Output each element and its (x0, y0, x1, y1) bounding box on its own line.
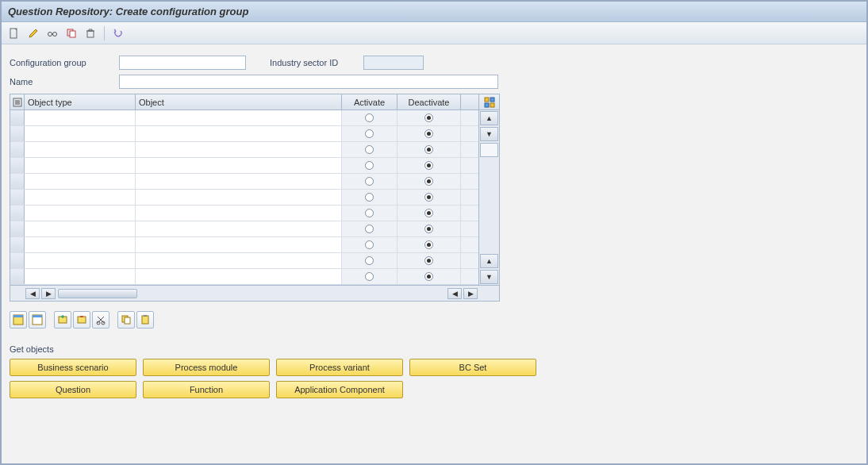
object-type-cell[interactable] (25, 190, 136, 205)
row-select-handle[interactable] (10, 190, 25, 205)
scroll-down-step-icon[interactable]: ▼ (480, 127, 498, 141)
deactivate-cell[interactable] (398, 174, 461, 189)
scroll-left-step-icon[interactable]: ◀ (447, 288, 462, 299)
process-variant-button[interactable]: Process variant (276, 359, 403, 376)
scroll-right-step-icon[interactable]: ▶ (41, 288, 56, 299)
deactivate-cell[interactable] (398, 126, 461, 141)
deactivate-cell[interactable] (398, 206, 461, 221)
deactivate-radio[interactable] (424, 113, 433, 122)
deactivate-radio[interactable] (424, 209, 433, 217)
cut-icon[interactable] (92, 311, 109, 329)
row-select-handle[interactable] (10, 174, 25, 189)
vertical-scrollbar[interactable]: ▲ ▼ ▲ ▼ (478, 110, 499, 285)
row-select-handle[interactable] (10, 126, 25, 141)
process-module-button[interactable]: Process module (143, 359, 270, 376)
deactivate-radio[interactable] (424, 129, 433, 138)
activate-cell[interactable] (342, 190, 398, 205)
object-cell[interactable] (136, 206, 342, 221)
insert-row-icon[interactable] (54, 311, 71, 329)
object-cell[interactable] (136, 158, 342, 173)
object-cell[interactable] (136, 190, 342, 205)
activate-header[interactable]: Activate (342, 94, 398, 110)
deactivate-cell[interactable] (398, 237, 461, 252)
activate-cell[interactable] (342, 253, 398, 268)
business-scenario-button[interactable]: Business scenario (10, 359, 136, 376)
config-group-input[interactable] (119, 56, 246, 70)
object-type-cell[interactable] (25, 126, 136, 141)
row-select-handle[interactable] (10, 142, 25, 157)
deactivate-radio[interactable] (424, 240, 433, 249)
object-cell[interactable] (136, 174, 342, 189)
activate-cell[interactable] (342, 142, 398, 157)
activate-radio[interactable] (365, 145, 374, 154)
row-select-handle[interactable] (10, 237, 25, 252)
row-select-handle[interactable] (10, 110, 25, 125)
deactivate-radio[interactable] (424, 177, 433, 186)
object-type-cell[interactable] (25, 269, 136, 284)
delete-row-icon[interactable] (73, 311, 90, 329)
row-select-handle[interactable] (10, 221, 25, 236)
edit-pencil-icon[interactable] (25, 25, 41, 41)
paste-row-icon[interactable] (136, 311, 154, 329)
select-all-column-icon[interactable] (10, 94, 25, 110)
object-header[interactable]: Object (136, 94, 342, 110)
deactivate-radio[interactable] (424, 193, 433, 202)
scroll-thumb[interactable] (480, 143, 498, 157)
object-cell[interactable] (136, 253, 342, 268)
application-component-button[interactable]: Application Component (276, 381, 403, 398)
deselect-all-icon[interactable] (29, 311, 46, 329)
scroll-track[interactable] (480, 158, 498, 253)
new-document-icon[interactable] (6, 25, 22, 41)
activate-cell[interactable] (342, 221, 398, 236)
activate-cell[interactable] (342, 158, 398, 173)
select-all-icon[interactable] (10, 311, 27, 329)
object-cell[interactable] (136, 142, 342, 157)
glasses-display-icon[interactable] (44, 25, 60, 41)
activate-cell[interactable] (342, 237, 398, 252)
activate-radio[interactable] (365, 129, 374, 138)
object-type-cell[interactable] (25, 237, 136, 252)
deactivate-cell[interactable] (398, 253, 461, 268)
activate-cell[interactable] (342, 206, 398, 221)
activate-radio[interactable] (365, 193, 374, 202)
hscroll-thumb[interactable] (58, 289, 137, 298)
row-select-handle[interactable] (10, 206, 25, 221)
object-type-cell[interactable] (25, 174, 136, 189)
copy-row-icon[interactable] (117, 311, 135, 329)
scroll-up-step-icon[interactable]: ▲ (480, 254, 498, 268)
object-cell[interactable] (136, 126, 342, 141)
activate-radio[interactable] (365, 256, 374, 265)
activate-radio[interactable] (365, 240, 374, 249)
delete-trash-icon[interactable] (83, 25, 98, 41)
object-cell[interactable] (136, 221, 342, 236)
activate-radio[interactable] (365, 272, 374, 281)
row-select-handle[interactable] (10, 269, 25, 284)
activate-radio[interactable] (365, 225, 374, 233)
deactivate-radio[interactable] (424, 145, 433, 154)
object-type-cell[interactable] (25, 142, 136, 157)
deactivate-cell[interactable] (398, 158, 461, 173)
object-cell[interactable] (136, 237, 342, 252)
scroll-up-icon[interactable]: ▲ (480, 111, 498, 125)
object-type-cell[interactable] (25, 158, 136, 173)
object-cell[interactable] (136, 269, 342, 284)
activate-radio[interactable] (365, 161, 374, 170)
activate-cell[interactable] (342, 269, 398, 284)
industry-sector-input[interactable] (363, 56, 424, 70)
bc-set-button[interactable]: BC Set (409, 359, 536, 376)
activate-radio[interactable] (365, 209, 374, 217)
row-select-handle[interactable] (10, 158, 25, 173)
object-cell[interactable] (136, 110, 342, 125)
activate-radio[interactable] (365, 177, 374, 186)
row-select-handle[interactable] (10, 253, 25, 268)
object-type-header[interactable]: Object type (25, 94, 136, 110)
question-button[interactable]: Question (10, 381, 136, 398)
deactivate-radio[interactable] (424, 272, 433, 281)
activate-cell[interactable] (342, 110, 398, 125)
deactivate-radio[interactable] (424, 256, 433, 265)
activate-radio[interactable] (365, 113, 374, 122)
deactivate-cell[interactable] (398, 269, 461, 284)
activate-cell[interactable] (342, 126, 398, 141)
name-input[interactable] (119, 75, 498, 89)
deactivate-cell[interactable] (398, 221, 461, 236)
